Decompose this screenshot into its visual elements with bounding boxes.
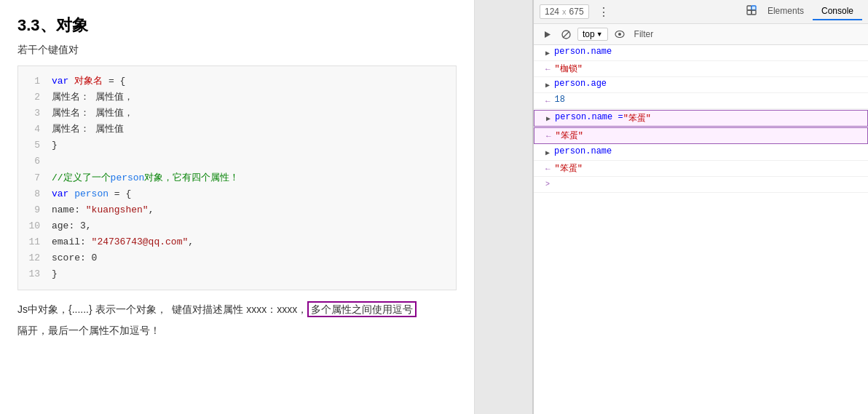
console-entry-3[interactable]: person.age	[534, 77, 868, 93]
console-text-2: "枷锁"	[555, 63, 583, 75]
arrow-gt-icon	[545, 180, 550, 188]
devtools-tabs: Elements Console	[744, 3, 862, 20]
code-block: 1 var 对象名 = { 2 属性名： 属性值， 3 属性名： 属性值， 4 …	[17, 65, 457, 290]
code-line-12: 12 score: 0	[28, 250, 446, 266]
devtools-coords: 124 x 675	[540, 4, 589, 19]
console-text-4: 18	[555, 95, 565, 105]
eye-icon[interactable]	[612, 27, 627, 41]
code-line-7: 7 //定义了一个person对象，它有四个属性！	[28, 170, 446, 186]
top-dropdown[interactable]: top ▼	[577, 28, 608, 41]
console-entry-5[interactable]: person.name = "笨蛋"	[534, 110, 868, 127]
subtitle: 若干个键值对	[17, 44, 457, 57]
code-line-5: 5 }	[28, 138, 446, 154]
keyword-var: var	[52, 76, 68, 87]
svg-rect-2	[747, 10, 751, 15]
svg-rect-3	[751, 10, 756, 15]
filter-label: Filter	[634, 29, 654, 39]
console-entry-4[interactable]: 18	[534, 93, 868, 109]
arrow-right-icon	[545, 49, 550, 57]
console-text-7: person.name	[554, 146, 612, 156]
svg-rect-1	[751, 6, 756, 10]
page-title: 3.3、对象	[17, 15, 457, 36]
arrow-right-icon-3	[545, 81, 550, 89]
devtools-panel: 124 x 675 ⋮ Elements Console	[533, 0, 868, 414]
svg-point-8	[618, 33, 621, 36]
devtools-toolbar: 124 x 675 ⋮ Elements Console	[534, 0, 868, 24]
console-output: person.name "枷锁" person.age 18 person.na…	[534, 45, 868, 414]
arrow-right-icon-5	[546, 114, 551, 123]
block-icon[interactable]	[559, 27, 573, 41]
highlight-text: 多个属性之间使用逗号	[307, 301, 417, 317]
arrow-left-icon-6	[546, 132, 551, 140]
arrow-left-icon-8	[545, 164, 551, 173]
description-text: Js中对象，{......} 表示一个对象， 键值对描述属性 xxxx：xxxx…	[17, 300, 457, 319]
console-text-1: person.name	[554, 47, 612, 57]
code-line-10: 10 age: 3,	[28, 218, 446, 234]
code-line-2: 2 属性名： 属性值，	[28, 89, 446, 106]
tab-console[interactable]: Console	[813, 3, 862, 20]
console-text-5b: "笨蛋"	[623, 112, 651, 124]
svg-rect-0	[747, 6, 751, 10]
devtools-secondary-bar: top ▼ Filter	[534, 24, 868, 45]
content-panel: 3.3、对象 若干个键值对 1 var 对象名 = { 2 属性名： 属性值， …	[0, 0, 475, 414]
console-text-6: "笨蛋"	[556, 130, 583, 142]
description-text-2: 隔开，最后一个属性不加逗号！	[17, 322, 457, 340]
console-entry-9[interactable]	[534, 177, 868, 193]
console-text-8: "笨蛋"	[555, 162, 583, 175]
console-entry-6[interactable]: "笨蛋"	[534, 127, 868, 144]
coord-x: 124	[545, 7, 559, 17]
run-icon[interactable]	[540, 27, 554, 41]
browser-scrollbar-area	[475, 0, 533, 414]
arrow-left-icon	[545, 65, 551, 73]
devtools-menu-button[interactable]: ⋮	[595, 4, 612, 20]
top-label: top	[583, 29, 595, 39]
console-text-5a: person.name =	[555, 112, 623, 122]
console-entry-1[interactable]: person.name	[534, 45, 868, 61]
code-line-6: 6	[28, 154, 446, 170]
code-line-13: 13 }	[28, 266, 446, 282]
code-line-3: 3 属性名： 属性值，	[28, 106, 446, 122]
coord-y: 675	[569, 7, 584, 17]
code-line-4: 4 属性名： 属性值	[28, 122, 446, 138]
arrow-right-icon-7	[545, 148, 550, 157]
arrow-left-icon-4	[545, 97, 551, 106]
console-entry-7[interactable]: person.name	[534, 145, 868, 161]
code-line-8: 8 var person = {	[28, 186, 446, 202]
code-line-9: 9 name: "kuangshen",	[28, 202, 446, 218]
code-line-1: 1 var 对象名 = {	[28, 73, 446, 89]
dropdown-arrow-icon: ▼	[596, 31, 603, 38]
line-num-1: 1	[28, 73, 40, 89]
console-text-3: person.age	[554, 79, 607, 89]
code-line-11: 11 email: "24736743@qq.com",	[28, 234, 446, 250]
console-entry-2[interactable]: "枷锁"	[534, 61, 868, 77]
tab-elements[interactable]: Elements	[759, 3, 813, 20]
console-entry-8[interactable]: "笨蛋"	[534, 161, 868, 177]
svg-line-6	[563, 31, 569, 38]
inspect-icon[interactable]	[744, 3, 759, 17]
svg-marker-4	[545, 31, 551, 38]
